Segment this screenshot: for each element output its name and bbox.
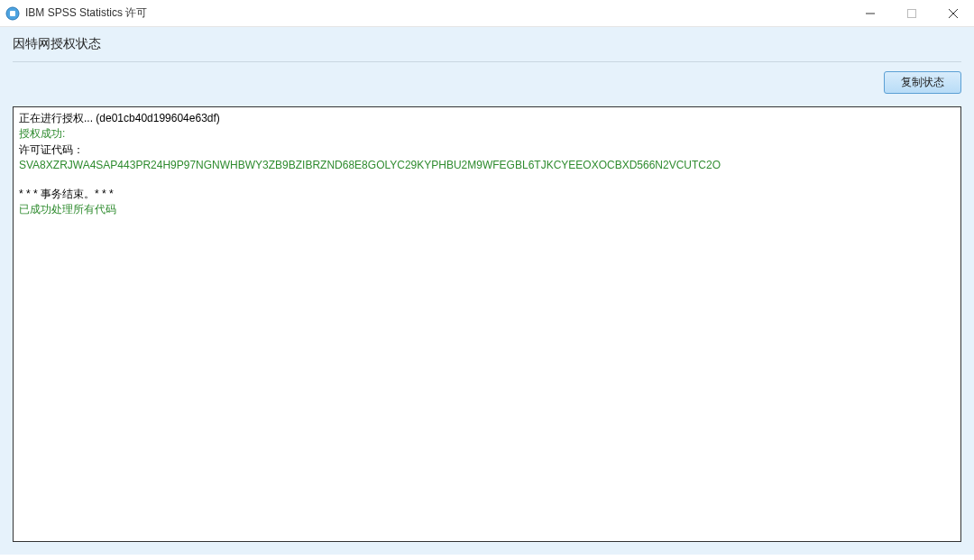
- title-bar: IBM SPSS Statistics 许可: [0, 0, 974, 27]
- minimize-button[interactable]: [850, 0, 891, 26]
- status-output[interactable]: 正在进行授权... (de01cb40d199604e63df) 授权成功: 许…: [13, 106, 961, 542]
- status-line-txn-end: * * * 事务结束。* * *: [19, 187, 955, 202]
- window-controls: [850, 0, 974, 26]
- header-section: 因特网授权状态 复制状态: [0, 27, 974, 106]
- action-row: 复制状态: [13, 62, 961, 97]
- window-title: IBM SPSS Statistics 许可: [25, 5, 850, 21]
- blank-line: [19, 174, 955, 187]
- authorizing-suffix: ): [216, 112, 220, 124]
- app-icon: [5, 6, 20, 21]
- authorizing-prefix: 正在进行授权... (: [19, 112, 99, 124]
- maximize-button[interactable]: [891, 0, 933, 26]
- status-line-success: 授权成功:: [19, 126, 955, 142]
- status-line-license-code: SVA8XZRJWA4SAP443PR24H9P97NGNWHBWY3ZB9BZ…: [19, 158, 955, 173]
- close-button[interactable]: [933, 0, 974, 26]
- svg-rect-1: [10, 11, 15, 16]
- status-line-authorizing: 正在进行授权... (de01cb40d199604e63df): [19, 111, 955, 126]
- status-line-license-label: 许可证代码：: [19, 142, 955, 158]
- copy-status-button[interactable]: 复制状态: [884, 71, 961, 94]
- authorizing-id: de01cb40d199604e63df: [99, 112, 216, 124]
- status-line-all-processed: 已成功处理所有代码: [19, 202, 955, 217]
- page-heading: 因特网授权状态: [13, 36, 961, 61]
- content-area: 正在进行授权... (de01cb40d199604e63df) 授权成功: 许…: [0, 106, 974, 555]
- svg-rect-3: [908, 9, 916, 17]
